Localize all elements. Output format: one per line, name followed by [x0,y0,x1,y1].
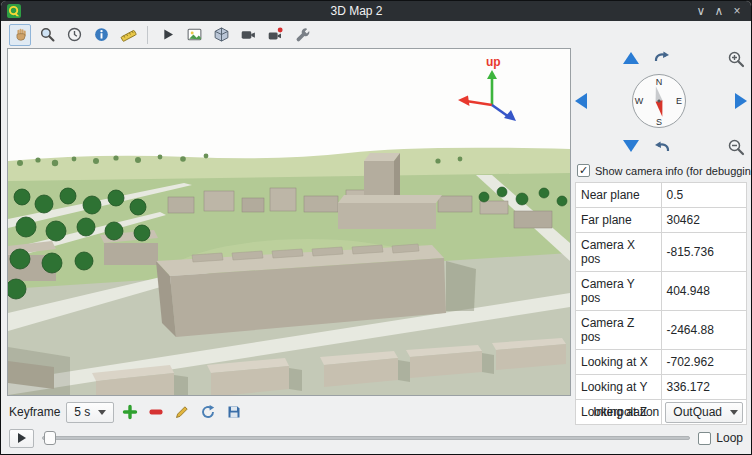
maximize-button[interactable]: ∧ [710,2,728,20]
table-row: Near plane 0.5 [576,183,747,208]
keyframe-duration-value: 5 s [74,405,90,419]
configure-button[interactable] [291,24,313,46]
update-keyframe-button[interactable] [198,402,218,422]
export-scene-button[interactable] [210,24,232,46]
interpolation-value: OutQuad [673,405,722,419]
table-row: Camera Z pos -2464.88 [576,311,747,350]
refresh-icon [200,404,216,420]
zoom-in-icon [727,50,745,68]
table-row: Camera Y pos 404.948 [576,272,747,311]
arrow-left-icon [575,93,587,109]
navigation-pad: N E S W [575,48,747,158]
add-keyframe-button[interactable] [120,402,140,422]
show-camera-info-label: Show camera info (for debugging) [595,165,752,177]
record-video-button[interactable] [264,24,286,46]
rotate-clockwise-button[interactable] [653,50,671,66]
animations-button[interactable] [156,24,178,46]
animation-timeline-slider[interactable] [42,429,690,447]
edit-keyframe-button[interactable] [172,402,192,422]
map-3d-viewport[interactable]: up [7,48,571,396]
play-animation-button[interactable] [9,429,34,448]
row-label: Camera Z pos [576,311,662,350]
slider-track [42,436,690,440]
row-value: -815.736 [661,233,747,272]
arrow-up-icon [623,52,639,64]
measure-line-button[interactable] [117,24,139,46]
camera-record-icon [267,26,284,43]
remove-keyframe-button[interactable] [146,402,166,422]
loop-checkbox[interactable] [698,432,711,445]
on-screen-notification-button[interactable] [63,24,85,46]
export-animation-button[interactable] [224,402,244,422]
row-label: Far plane [576,208,662,233]
info-icon [93,26,110,43]
compass-south-label: S [656,117,662,127]
save-as-image-button[interactable] [183,24,205,46]
camera-right-button[interactable] [735,93,747,109]
play-icon [159,26,176,43]
play-icon [18,433,26,443]
row-value: 404.948 [661,272,747,311]
map-3d-scene[interactable] [8,49,570,395]
pan-hand-icon [12,26,29,43]
row-label: Camera Y pos [576,272,662,311]
show-camera-info-row: ✓ Show camera info (for debugging) [577,164,747,177]
table-row: Looking at Y 336.172 [576,375,747,400]
loop-label: Loop [716,431,743,445]
camera-info-table: Near plane 0.5 Far plane 30462 Camera X … [575,182,747,425]
chevron-down-icon [98,410,106,415]
compass-east-label: E [676,96,682,106]
slider-handle[interactable] [44,431,56,445]
row-label: Camera X pos [576,233,662,272]
toolbar [1,21,751,48]
rotate-counterclockwise-button[interactable] [653,140,671,156]
row-value: -702.962 [661,350,747,375]
zoom-full-button[interactable] [36,24,58,46]
set-view-button[interactable] [237,24,259,46]
rotate-ccw-icon [653,140,671,156]
cube-icon [213,26,230,43]
zoom-out-button[interactable] [727,138,745,156]
loop-row: Loop [698,431,743,445]
ruler-icon [120,26,137,43]
table-row: Far plane 30462 [576,208,747,233]
keyframe-label: Keyframe [9,405,60,419]
row-label: Near plane [576,183,662,208]
close-button[interactable]: × [728,2,746,20]
pencil-icon [174,404,190,420]
titlebar[interactable]: 3D Map 2 ∨ ∧ × [1,1,751,21]
interpolation-select[interactable]: OutQuad [665,402,743,423]
zoom-in-button[interactable] [727,50,745,68]
minimize-button[interactable]: ∨ [692,2,710,20]
window-title: 3D Map 2 [21,1,692,21]
compass-west-label: W [635,96,644,106]
compass[interactable]: N E S W [630,72,688,130]
camera-down-button[interactable] [623,140,639,152]
floppy-disk-icon [226,404,242,420]
table-row: Camera X pos -815.736 [576,233,747,272]
keyframe-bar: Keyframe 5 s [1,398,751,426]
row-value: 30462 [661,208,747,233]
row-value: 0.5 [661,183,747,208]
arrow-right-icon [735,93,747,109]
interpolation-label: Interpolation [593,405,659,419]
minus-icon [148,404,164,420]
camera-left-button[interactable] [575,93,587,109]
identify-button[interactable] [90,24,112,46]
camera-panel: N E S W [575,48,747,398]
arrow-down-icon [623,140,639,152]
keyframe-duration-select[interactable]: 5 s [66,402,114,423]
show-camera-info-checkbox[interactable]: ✓ [577,164,590,177]
qgis-logo-icon [6,4,21,19]
row-label: Looking at Y [576,375,662,400]
playback-bar: Loop [1,426,751,454]
row-value: -2464.88 [661,311,747,350]
camera-up-button[interactable] [623,52,639,64]
wrench-icon [294,26,311,43]
row-label: Looking at X [576,350,662,375]
camera-control-button[interactable] [9,24,31,46]
main-area: up [1,48,751,398]
rotate-cw-icon [653,50,671,66]
qgis-3d-map-window: 3D Map 2 ∨ ∧ × [0,0,752,455]
clock-icon [66,26,83,43]
